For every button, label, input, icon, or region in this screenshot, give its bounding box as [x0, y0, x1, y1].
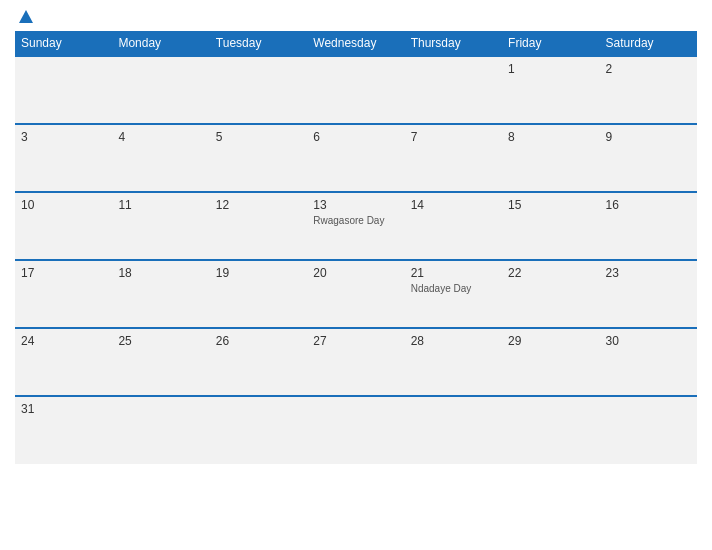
day-number: 1: [508, 62, 593, 76]
day-cell: [112, 396, 209, 464]
logo-blue-text: [15, 10, 33, 23]
day-cell: 28: [405, 328, 502, 396]
day-number: 10: [21, 198, 106, 212]
calendar-container: SundayMondayTuesdayWednesdayThursdayFrid…: [0, 0, 712, 550]
day-cell: 21Ndadaye Day: [405, 260, 502, 328]
weekday-header-sunday: Sunday: [15, 31, 112, 56]
day-number: 30: [606, 334, 691, 348]
day-number: 21: [411, 266, 496, 280]
day-cell: 12: [210, 192, 307, 260]
day-number: 25: [118, 334, 203, 348]
day-cell: [210, 396, 307, 464]
day-number: 5: [216, 130, 301, 144]
day-cell: 2: [600, 56, 697, 124]
calendar-table: SundayMondayTuesdayWednesdayThursdayFrid…: [15, 31, 697, 464]
day-cell: 24: [15, 328, 112, 396]
day-cell: 15: [502, 192, 599, 260]
day-number: 27: [313, 334, 398, 348]
day-number: 16: [606, 198, 691, 212]
weekday-header-monday: Monday: [112, 31, 209, 56]
day-number: 31: [21, 402, 106, 416]
logo: [15, 10, 33, 23]
day-number: 6: [313, 130, 398, 144]
week-row-0: 12: [15, 56, 697, 124]
weekday-header-tuesday: Tuesday: [210, 31, 307, 56]
day-number: 19: [216, 266, 301, 280]
day-cell: 30: [600, 328, 697, 396]
day-cell: 9: [600, 124, 697, 192]
day-cell: 13Rwagasore Day: [307, 192, 404, 260]
day-number: 28: [411, 334, 496, 348]
day-number: 18: [118, 266, 203, 280]
day-cell: 18: [112, 260, 209, 328]
day-cell: 17: [15, 260, 112, 328]
day-cell: 10: [15, 192, 112, 260]
day-cell: 31: [15, 396, 112, 464]
weekday-header-saturday: Saturday: [600, 31, 697, 56]
weekday-header-wednesday: Wednesday: [307, 31, 404, 56]
day-number: 24: [21, 334, 106, 348]
day-cell: 26: [210, 328, 307, 396]
day-cell: [502, 396, 599, 464]
day-cell: [307, 56, 404, 124]
day-cell: [210, 56, 307, 124]
day-number: 15: [508, 198, 593, 212]
day-number: 12: [216, 198, 301, 212]
day-cell: 19: [210, 260, 307, 328]
logo-triangle-icon: [19, 10, 33, 23]
day-number: 3: [21, 130, 106, 144]
day-cell: 25: [112, 328, 209, 396]
day-cell: 4: [112, 124, 209, 192]
week-row-3: 1718192021Ndadaye Day2223: [15, 260, 697, 328]
day-cell: [405, 396, 502, 464]
day-number: 4: [118, 130, 203, 144]
day-cell: [15, 56, 112, 124]
day-cell: 27: [307, 328, 404, 396]
day-cell: 11: [112, 192, 209, 260]
day-cell: 22: [502, 260, 599, 328]
day-number: 13: [313, 198, 398, 212]
day-cell: 8: [502, 124, 599, 192]
day-cell: 29: [502, 328, 599, 396]
week-row-1: 3456789: [15, 124, 697, 192]
day-number: 26: [216, 334, 301, 348]
week-row-2: 10111213Rwagasore Day141516: [15, 192, 697, 260]
day-number: 23: [606, 266, 691, 280]
day-cell: 5: [210, 124, 307, 192]
day-number: 2: [606, 62, 691, 76]
day-number: 17: [21, 266, 106, 280]
day-cell: 1: [502, 56, 599, 124]
calendar-header: [15, 10, 697, 23]
day-number: 9: [606, 130, 691, 144]
day-cell: [600, 396, 697, 464]
day-cell: 14: [405, 192, 502, 260]
weekday-header-row: SundayMondayTuesdayWednesdayThursdayFrid…: [15, 31, 697, 56]
day-cell: 16: [600, 192, 697, 260]
day-number: 22: [508, 266, 593, 280]
day-cell: 20: [307, 260, 404, 328]
day-cell: 3: [15, 124, 112, 192]
day-cell: [307, 396, 404, 464]
day-cell: 23: [600, 260, 697, 328]
weekday-header-friday: Friday: [502, 31, 599, 56]
day-number: 8: [508, 130, 593, 144]
day-cell: [405, 56, 502, 124]
day-number: 14: [411, 198, 496, 212]
week-row-4: 24252627282930: [15, 328, 697, 396]
holiday-name: Rwagasore Day: [313, 215, 398, 226]
day-number: 29: [508, 334, 593, 348]
day-cell: 7: [405, 124, 502, 192]
day-cell: [112, 56, 209, 124]
day-number: 11: [118, 198, 203, 212]
holiday-name: Ndadaye Day: [411, 283, 496, 294]
weekday-header-thursday: Thursday: [405, 31, 502, 56]
day-number: 20: [313, 266, 398, 280]
day-cell: 6: [307, 124, 404, 192]
day-number: 7: [411, 130, 496, 144]
week-row-5: 31: [15, 396, 697, 464]
